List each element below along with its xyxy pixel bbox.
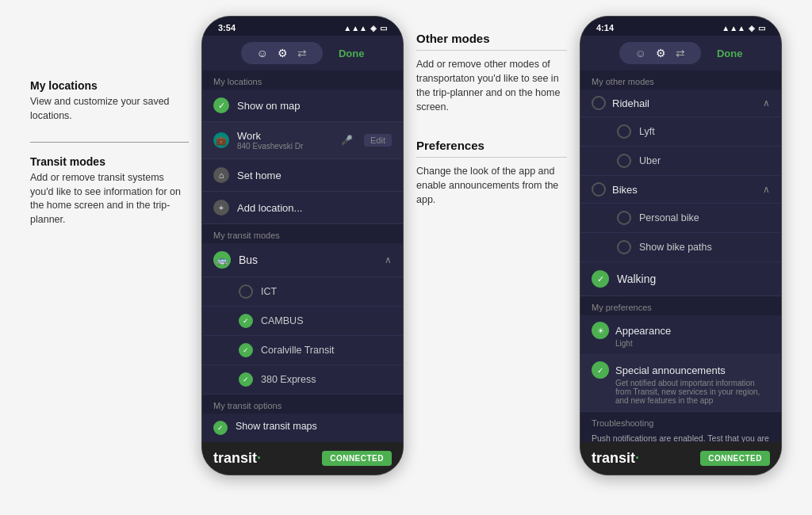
preferences-annotation: Preferences Change the look of the app a… [416, 139, 567, 207]
tab-pill-right: ☺ ⚙ ⇄ [619, 42, 701, 64]
home-icon: ⌂ [213, 167, 229, 183]
wifi-icon-right: ◈ [749, 24, 755, 32]
transit-logo-right: transit· [592, 450, 639, 467]
done-button-right[interactable]: Done [717, 48, 743, 59]
connected-badge-right: CONNECTED [700, 451, 770, 466]
tab-bar-left[interactable]: ☺ ⚙ ⇄ Done [202, 36, 403, 71]
my-locations-title: My locations [30, 79, 189, 92]
show-transit-maps-label: Show transit maps [236, 421, 392, 432]
work-item[interactable]: 💼 Work 840 Evashevski Dr 🎤 Edit [202, 122, 403, 159]
middle-annotations: Other modes Add or remove other modes of… [416, 16, 567, 223]
phone-content-right: My other modes Ridehail ∧ Lyft Uber Bike… [580, 71, 781, 442]
show-transit-maps-text: Show transit maps [236, 421, 392, 432]
tab-pill-left: ☺ ⚙ ⇄ [241, 42, 323, 64]
my-locations-desc: View and customize your saved locations. [30, 95, 189, 123]
show-bike-paths-label: Show bike paths [639, 242, 712, 253]
add-location-label: Add location... [237, 202, 302, 214]
other-modes-annotation: Other modes Add or remove other modes of… [416, 32, 567, 115]
show-transit-maps-item[interactable]: ✓ Show transit maps [202, 414, 403, 442]
annotation-divider-1 [30, 142, 189, 143]
special-desc: Get notified about important information… [615, 379, 770, 405]
preferences-title: Preferences [416, 139, 567, 152]
personal-bike-toggle[interactable] [617, 211, 631, 225]
bus-chevron-icon: ∧ [385, 254, 392, 265]
ridehail-toggle[interactable] [592, 96, 606, 110]
mic-icon: 🎤 [341, 135, 353, 146]
transit-modes-desc: Add or remove transit systems you'd like… [30, 171, 189, 227]
show-bike-paths-toggle[interactable] [617, 240, 631, 254]
my-locations-annotation: My locations View and customize your sav… [30, 79, 189, 123]
filter-tab-icon-right[interactable]: ⚙ [656, 47, 666, 59]
uber-toggle[interactable] [617, 154, 631, 168]
transit-options-header: My transit options [202, 395, 403, 414]
preferences-desc: Change the look of the app and enable an… [416, 164, 567, 207]
walking-label: Walking [617, 273, 770, 285]
lyft-item[interactable]: Lyft [580, 117, 781, 147]
show-bike-paths-item[interactable]: Show bike paths [580, 233, 781, 262]
uber-item[interactable]: Uber [580, 147, 781, 176]
bus-mode-label: Bus [239, 254, 385, 266]
bikes-chevron: ∧ [763, 184, 770, 195]
face-tab-icon[interactable]: ☺ [257, 47, 268, 59]
appearance-sub: Light [615, 339, 770, 348]
bikes-group-header[interactable]: Bikes ∧ [580, 176, 781, 204]
done-button-left[interactable]: Done [339, 48, 365, 59]
lyft-toggle[interactable] [617, 124, 631, 139]
special-icon: ✓ [592, 361, 609, 379]
troubleshoot-title: Troubleshooting [592, 418, 770, 428]
filter-tab-icon[interactable]: ⚙ [278, 47, 288, 59]
edit-button[interactable]: Edit [364, 134, 392, 147]
add-location-item[interactable]: + Add location... [202, 192, 403, 224]
bikes-toggle[interactable] [592, 182, 606, 196]
bus-mode-icon: 🚌 [213, 251, 231, 269]
appearance-item[interactable]: ☀ Appearance Light [580, 315, 781, 355]
personal-bike-item[interactable]: Personal bike [580, 204, 781, 233]
tab-bar-right[interactable]: ☺ ⚙ ⇄ Done [580, 36, 781, 71]
battery-icon: ▭ [380, 24, 387, 32]
battery-icon-right: ▭ [758, 24, 765, 32]
signal-icon: ▲▲▲ [343, 24, 367, 32]
cambus-toggle[interactable]: ✓ [239, 314, 253, 328]
coralville-label: Coralville Transit [261, 345, 334, 356]
ridehail-group-header[interactable]: Ridehail ∧ [580, 90, 781, 117]
wifi-icon: ◈ [370, 24, 377, 32]
show-on-map-label: Show on map [237, 100, 301, 112]
transit-modes-annotation: Transit modes Add or remove transit syst… [30, 155, 189, 227]
phone-right: 4:14 ▲▲▲ ◈ ▭ ☺ ⚙ ⇄ Done My other modes R… [580, 16, 782, 475]
set-home-item[interactable]: ⌂ Set home [202, 159, 403, 192]
work-icon: 💼 [213, 132, 229, 148]
status-icons-right: ▲▲▲ ◈ ▭ [722, 24, 765, 32]
status-icons-left: ▲▲▲ ◈ ▭ [343, 24, 387, 32]
express-item[interactable]: ✓ 380 Express [202, 365, 403, 395]
uber-label: Uber [639, 155, 661, 166]
express-toggle[interactable]: ✓ [239, 372, 253, 387]
cambus-label: CAMBUS [261, 315, 303, 326]
walking-item[interactable]: ✓ Walking [580, 262, 781, 296]
transit-modes-title: Transit modes [30, 155, 189, 168]
time-left: 3:54 [218, 23, 236, 32]
coralville-item[interactable]: ✓ Coralville Transit [202, 336, 403, 365]
connected-badge-left: CONNECTED [322, 451, 392, 466]
bus-mode-header[interactable]: 🚌 Bus ∧ [202, 243, 403, 277]
cambus-item[interactable]: ✓ CAMBUS [202, 307, 403, 336]
face-tab-icon-right[interactable]: ☺ [635, 47, 646, 59]
transfer-tab-icon[interactable]: ⇄ [297, 47, 307, 59]
transfer-tab-icon-right[interactable]: ⇄ [676, 47, 685, 59]
signal-icon-right: ▲▲▲ [722, 24, 745, 32]
coralville-toggle[interactable]: ✓ [239, 343, 253, 357]
my-locations-section-header: My locations [202, 71, 403, 90]
set-home-label: Set home [237, 170, 282, 181]
transit-bar-right: transit· CONNECTED [580, 442, 781, 475]
walking-icon: ✓ [592, 270, 609, 288]
ict-toggle[interactable] [239, 284, 253, 299]
ict-item[interactable]: ICT [202, 277, 403, 307]
left-annotations: My locations View and customize your sav… [30, 16, 189, 246]
status-bar-right: 4:14 ▲▲▲ ◈ ▭ [580, 17, 781, 36]
other-modes-desc: Add or remove other modes of transportat… [416, 57, 567, 115]
special-announcements-item[interactable]: ✓ Special announcements Get notified abo… [580, 355, 781, 412]
show-on-map-icon: ✓ [213, 97, 229, 113]
other-modes-section-header: My other modes [580, 71, 781, 90]
show-transit-maps-toggle[interactable]: ✓ [213, 421, 228, 435]
show-on-map-item[interactable]: ✓ Show on map [202, 90, 403, 122]
work-label: Work [237, 130, 333, 142]
